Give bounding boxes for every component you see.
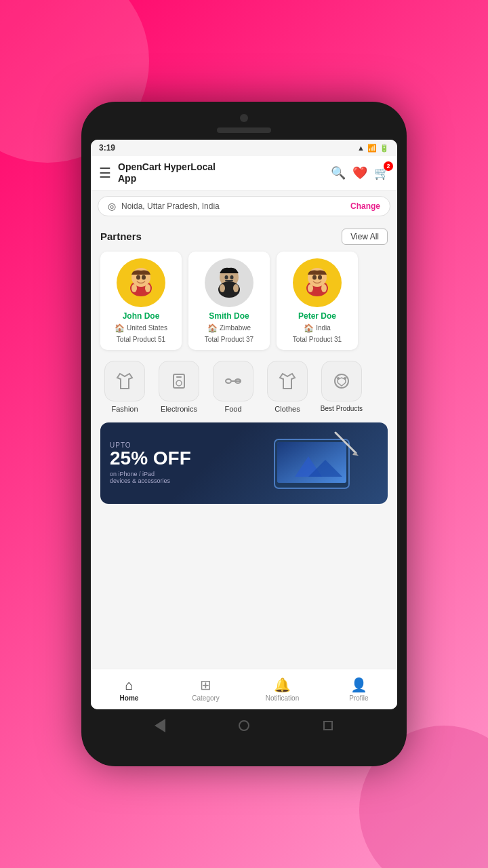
avatar [205,258,253,307]
clothes-icon [267,361,308,401]
wishlist-icon[interactable]: ❤️ [352,165,367,180]
home-icon: 🏠 [115,323,125,333]
svg-point-13 [220,284,225,292]
list-item: Smith Doe 🏠 Zimbabwe Total Product 37 [188,252,270,350]
category-item-best-products[interactable]: Best Products [317,361,366,413]
banner-sub: on iPhone / iPad devices & accessories [110,471,378,484]
location-bar: ◎ Noida, Uttar Pradesh, India Change [98,196,390,216]
nav-item-category[interactable]: ⊞ Category [167,669,244,709]
home-nav-label: Home [120,694,139,702]
partner-total: Total Product 31 [293,336,342,343]
avatar [293,258,342,307]
category-nav-label: Category [192,694,220,702]
signal-icon: 📶 [367,144,377,153]
partner-location: 🏠 United States [115,323,167,333]
partner-name: Smith Doe [209,311,249,321]
svg-point-29 [337,377,340,380]
svg-point-10 [230,275,234,279]
phone-nav-buttons [91,717,397,734]
partner-total: Total Product 37 [205,336,253,343]
app-title: OpenCart HyperLocalApp [118,161,324,184]
partners-title: Partners [100,231,142,242]
category-item-electronics[interactable]: Electronics [155,361,203,413]
partner-location: 🏠 Zimbabwe [207,323,251,333]
svg-point-23 [176,380,182,386]
scroll-content: Partners View All [91,222,397,669]
bottom-navigation: ⌂ Home ⊞ Category 🔔 Notification 👤 Profi… [91,669,397,709]
profile-nav-label: Profile [349,694,368,702]
partner-name: Peter Doe [298,311,336,321]
category-label: Food [224,405,241,413]
category-label: Best Products [321,405,363,412]
phone-frame: 3:19 ▲ 📶 🔋 ☰ OpenCart HyperLocalApp 🔍 ❤️… [81,102,407,766]
nav-item-home[interactable]: ⌂ Home [91,669,167,709]
svg-rect-11 [225,280,233,281]
partners-list: John Doe 🏠 United States Total Product 5… [91,249,397,357]
svg-point-6 [145,284,150,292]
nav-item-notification[interactable]: 🔔 Notification [244,669,321,709]
battery-icon: 🔋 [380,144,389,153]
promo-banner: UPTO 25% OFF on iPhone / iPad devices & … [100,422,388,504]
status-bar: 3:19 ▲ 📶 🔋 [91,140,397,156]
electronics-icon [159,361,199,401]
avatar [117,258,165,307]
cart-icon[interactable]: 🛒 2 [374,165,389,180]
home-button[interactable] [236,717,252,734]
svg-point-30 [344,377,346,380]
partner-total: Total Product 51 [117,336,165,343]
category-label: Electronics [161,405,197,413]
svg-point-20 [308,284,313,292]
status-time: 3:19 [99,143,115,153]
home-nav-icon: ⌂ [125,677,133,693]
nav-item-profile[interactable]: 👤 Profile [321,669,397,709]
change-location-button[interactable]: Change [350,201,380,211]
home-icon: 🏠 [304,323,314,333]
svg-point-18 [312,275,317,279]
notification-nav-icon: 🔔 [274,677,291,693]
list-item: Peter Doe 🏠 India Total Product 31 [277,252,358,350]
banner-text: UPTO 25% OFF on iPhone / iPad devices & … [100,431,388,495]
notification-nav-label: Notification [266,694,299,702]
partner-name: John Doe [123,311,160,321]
home-icon: 🏠 [207,323,218,333]
svg-point-25 [226,379,231,383]
partners-header: Partners View All [91,222,397,249]
category-nav-icon: ⊞ [200,677,211,693]
list-item: John Doe 🏠 United States Total Product 5… [100,252,182,350]
recents-button[interactable] [320,717,336,734]
food-icon [213,361,253,401]
phone-speaker [217,127,271,133]
phone-screen: 3:19 ▲ 📶 🔋 ☰ OpenCart HyperLocalApp 🔍 ❤️… [91,140,397,709]
best-products-icon [321,361,362,401]
svg-point-9 [225,275,228,279]
top-icons: 🔍 ❤️ 🛒 2 [331,165,389,180]
phone-camera [240,114,248,122]
svg-point-19 [318,275,322,279]
svg-rect-24 [176,376,182,378]
svg-point-21 [321,284,327,292]
location-text: Noida, Uttar Pradesh, India [121,201,345,211]
status-icons: ▲ 📶 🔋 [357,144,389,153]
category-item-food[interactable]: Food [209,361,258,413]
menu-icon[interactable]: ☰ [99,165,111,181]
svg-point-4 [142,275,146,279]
search-icon[interactable]: 🔍 [331,165,346,180]
category-item-clothes[interactable]: Clothes [263,361,312,413]
top-bar: ☰ OpenCart HyperLocalApp 🔍 ❤️ 🛒 2 [91,156,397,191]
categories-row: Fashion Electronics Food [91,357,397,420]
category-label: Clothes [274,405,300,413]
wifi-icon: ▲ [357,144,365,152]
svg-point-5 [131,284,137,292]
back-button[interactable] [152,717,168,734]
svg-point-14 [233,284,239,292]
category-label: Fashion [111,405,138,413]
profile-nav-icon: 👤 [350,677,367,693]
location-dot-icon: ◎ [108,201,116,212]
category-item-fashion[interactable]: Fashion [100,361,149,413]
svg-point-3 [136,275,140,279]
view-all-button[interactable]: View All [342,229,388,245]
partner-location: 🏠 India [304,323,331,333]
banner-offer: 25% OFF [110,449,378,468]
fashion-icon [104,361,145,401]
cart-badge: 2 [384,161,393,171]
